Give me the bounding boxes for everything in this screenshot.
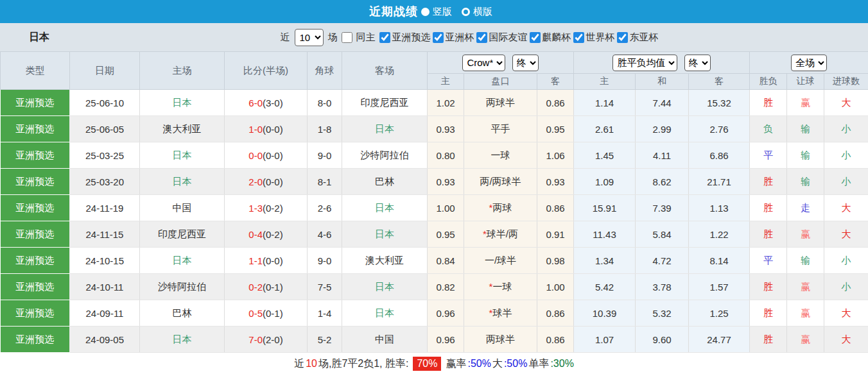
- single-label: 单率: [528, 357, 549, 371]
- match-type-cell: 亚洲预选: [1, 142, 70, 169]
- recent-count-select[interactable]: 10: [295, 29, 324, 46]
- competition-label[interactable]: 东亚杯: [630, 31, 659, 44]
- match-date-cell: 25-06-05: [70, 116, 140, 142]
- handicap-line-cell: 一球: [464, 142, 537, 169]
- score-cell: 0-2(0-1): [225, 274, 308, 300]
- sub-header-avg-home: 主: [574, 74, 636, 90]
- competition-checkbox[interactable]: [530, 32, 541, 43]
- handicap-line: 一球: [491, 149, 510, 160]
- full-time-score: 0-5: [248, 308, 263, 319]
- match-date-cell: 24-11-15: [70, 221, 140, 248]
- col-header-date: 日期: [70, 52, 140, 90]
- corners-cell: 8-0: [308, 90, 342, 116]
- vertical-layout-label[interactable]: 竖版: [433, 6, 452, 18]
- half-time-score: (0-1): [263, 308, 283, 319]
- avg-draw-cell: 2.99: [636, 116, 689, 142]
- competition-label[interactable]: 亚洲杯: [446, 31, 474, 44]
- half-time-score: (3-0): [263, 98, 283, 108]
- score-cell: 1-3(0-2): [225, 195, 308, 221]
- competition-label[interactable]: 麒麟杯: [542, 31, 571, 44]
- competition-filter: 东亚杯: [615, 31, 659, 44]
- away-team-cell: 印度尼西亚: [342, 90, 428, 116]
- match-type-cell: 亚洲预选: [1, 195, 70, 221]
- goals-result-cell: 小: [824, 116, 868, 142]
- handicap-home-odds-cell: 0.95: [428, 221, 464, 248]
- corners-cell: 1-4: [308, 300, 342, 327]
- competition-checkbox[interactable]: [476, 32, 487, 43]
- full-time-score: 6-0: [248, 98, 263, 108]
- match-type-cell: 亚洲预选: [1, 248, 70, 274]
- score-cell: 6-0(3-0): [225, 90, 308, 116]
- competition-checkbox[interactable]: [379, 32, 390, 43]
- handicap-result-cell: 输: [787, 248, 824, 274]
- result-cell: 负: [750, 116, 787, 142]
- sub-header-handicap-away: 客: [537, 74, 574, 90]
- away-team-cell: 日本: [342, 221, 428, 248]
- match-type-cell: 亚洲预选: [1, 169, 70, 195]
- recent-label: 近: [281, 31, 290, 44]
- full-time-score: 7-0: [248, 334, 263, 345]
- sub-header-handicap-home: 主: [428, 74, 464, 90]
- competition-label[interactable]: 亚洲预选: [392, 31, 431, 44]
- handicap-home-odds-cell: 0.82: [428, 274, 464, 300]
- avg-select[interactable]: 胜平负均值: [612, 55, 677, 71]
- score-cell: 0-4(0-2): [225, 221, 308, 248]
- avg-home-cell: 10.39: [574, 300, 636, 327]
- same-home-checkbox[interactable]: [342, 32, 352, 43]
- scope-select[interactable]: 全场: [791, 55, 827, 71]
- same-home-label[interactable]: 同主: [356, 31, 376, 44]
- horizontal-layout-label[interactable]: 横版: [473, 6, 492, 18]
- half-time-score: (0-2): [263, 229, 283, 240]
- vertical-layout-radio[interactable]: [421, 8, 430, 16]
- avg-draw-cell: 7.39: [636, 195, 689, 221]
- competition-checkbox[interactable]: [573, 32, 584, 43]
- home-team-cell: 日本: [140, 248, 225, 274]
- home-team-cell: 澳大利亚: [140, 116, 225, 142]
- match-date-cell: 24-09-11: [70, 300, 140, 327]
- corners-cell: 9-0: [308, 142, 342, 169]
- handicap-line-cell: *一球: [464, 274, 537, 300]
- home-team-cell: 日本: [140, 169, 225, 195]
- table-row: 亚洲预选 24-09-11 巴林 0-5(0-1) 1-4 日本 0.96 *球…: [1, 300, 868, 327]
- score-cell: 1-0(0-0): [225, 116, 308, 142]
- away-team-cell: 沙特阿拉伯: [342, 142, 428, 169]
- team-name: 日本: [29, 31, 49, 44]
- avg-home-cell: 2.61: [574, 116, 636, 142]
- full-time-score: 1-3: [248, 203, 263, 214]
- avg-time-select[interactable]: 终: [684, 55, 711, 71]
- half-time-score: (0-0): [263, 255, 283, 266]
- goals-result-cell: 大: [824, 195, 868, 221]
- filter-bar: 日本 近 10 场 同主 亚洲预选亚洲杯国际友谊麒麟杯世界杯东亚杯: [0, 23, 868, 51]
- competition-checkbox[interactable]: [433, 32, 444, 43]
- handicap-away-odds-cell: 0.86: [537, 90, 574, 116]
- match-date-cell: 24-09-05: [70, 327, 140, 353]
- sub-header-handicap-line: 盘口: [464, 74, 537, 90]
- handicap-line: 平手: [491, 123, 510, 134]
- handicap-home-odds-cell: 0.80: [428, 142, 464, 169]
- handicap-home-odds-cell: 1.02: [428, 90, 464, 116]
- odds-time-select[interactable]: 终: [512, 55, 539, 71]
- avg-home-cell: 5.42: [574, 274, 636, 300]
- odds-company-select[interactable]: Crow*: [462, 55, 505, 71]
- competition-filter: 国际友谊: [474, 31, 528, 44]
- avg-home-cell: 1.45: [574, 142, 636, 169]
- competition-label[interactable]: 国际友谊: [489, 31, 528, 44]
- match-type-cell: 亚洲预选: [1, 90, 70, 116]
- competition-checkbox[interactable]: [617, 32, 628, 43]
- handicap-line-cell: *球半/两: [464, 221, 537, 248]
- big-label: 大: [492, 357, 503, 371]
- table-row: 亚洲预选 24-09-05 日本 7-0(2-0) 5-2 中国 0.96 两球…: [1, 327, 868, 353]
- avg-draw-cell: 4.72: [636, 248, 689, 274]
- score-cell: 1-1(0-0): [225, 248, 308, 274]
- scope-group-header: 全场: [750, 52, 868, 74]
- avg-away-cell: 24.77: [689, 327, 750, 353]
- competition-filter: 亚洲杯: [431, 31, 474, 44]
- col-header-corner: 角球: [308, 52, 342, 90]
- half-time-score: (2-0): [263, 334, 283, 345]
- competition-filters: 亚洲预选亚洲杯国际友谊麒麟杯世界杯东亚杯: [378, 31, 659, 44]
- horizontal-layout-radio[interactable]: [462, 8, 470, 16]
- avg-home-cell: 15.91: [574, 195, 636, 221]
- competition-label[interactable]: 世界杯: [586, 31, 615, 44]
- half-time-score: (0-0): [263, 150, 283, 161]
- goals-result-cell: 大: [824, 300, 868, 327]
